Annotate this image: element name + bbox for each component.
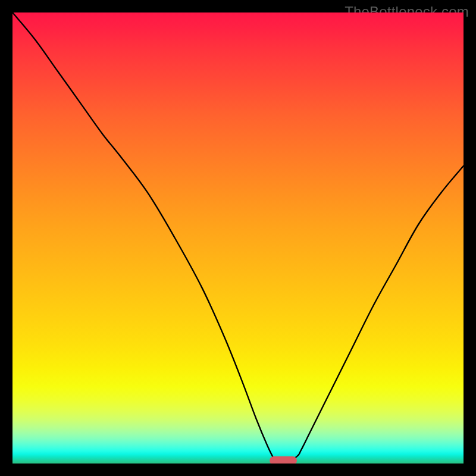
chart-frame: TheBottleneck.com [0,0,476,476]
bottleneck-curve [12,12,464,464]
plot-area [12,12,464,464]
minimum-marker [270,456,296,464]
